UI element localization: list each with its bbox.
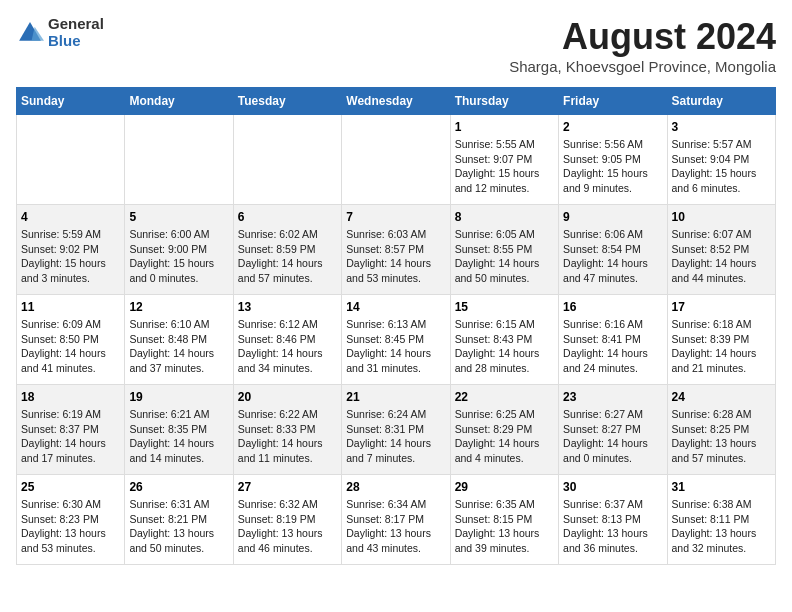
calendar-cell: 25Sunrise: 6:30 AM Sunset: 8:23 PM Dayli… [17, 475, 125, 565]
day-info: Sunrise: 6:27 AM Sunset: 8:27 PM Dayligh… [563, 407, 662, 466]
calendar-cell: 21Sunrise: 6:24 AM Sunset: 8:31 PM Dayli… [342, 385, 450, 475]
day-info: Sunrise: 6:00 AM Sunset: 9:00 PM Dayligh… [129, 227, 228, 286]
day-info: Sunrise: 6:37 AM Sunset: 8:13 PM Dayligh… [563, 497, 662, 556]
day-number: 5 [129, 210, 228, 224]
day-number: 9 [563, 210, 662, 224]
day-info: Sunrise: 6:09 AM Sunset: 8:50 PM Dayligh… [21, 317, 120, 376]
calendar-cell: 18Sunrise: 6:19 AM Sunset: 8:37 PM Dayli… [17, 385, 125, 475]
calendar-cell: 3Sunrise: 5:57 AM Sunset: 9:04 PM Daylig… [667, 115, 775, 205]
day-number: 27 [238, 480, 337, 494]
day-number: 14 [346, 300, 445, 314]
calendar-header: SundayMondayTuesdayWednesdayThursdayFrid… [17, 88, 776, 115]
calendar-cell [17, 115, 125, 205]
calendar-cell: 31Sunrise: 6:38 AM Sunset: 8:11 PM Dayli… [667, 475, 775, 565]
week-row-4: 18Sunrise: 6:19 AM Sunset: 8:37 PM Dayli… [17, 385, 776, 475]
day-number: 11 [21, 300, 120, 314]
day-info: Sunrise: 6:34 AM Sunset: 8:17 PM Dayligh… [346, 497, 445, 556]
day-number: 28 [346, 480, 445, 494]
header-day-wednesday: Wednesday [342, 88, 450, 115]
header-day-friday: Friday [559, 88, 667, 115]
logo-general-label: General [48, 16, 104, 33]
day-number: 7 [346, 210, 445, 224]
day-info: Sunrise: 6:38 AM Sunset: 8:11 PM Dayligh… [672, 497, 771, 556]
day-number: 10 [672, 210, 771, 224]
week-row-3: 11Sunrise: 6:09 AM Sunset: 8:50 PM Dayli… [17, 295, 776, 385]
day-info: Sunrise: 6:31 AM Sunset: 8:21 PM Dayligh… [129, 497, 228, 556]
subtitle: Sharga, Khoevsgoel Province, Mongolia [509, 58, 776, 75]
day-number: 29 [455, 480, 554, 494]
day-info: Sunrise: 6:32 AM Sunset: 8:19 PM Dayligh… [238, 497, 337, 556]
logo-blue-label: Blue [48, 33, 104, 50]
day-number: 24 [672, 390, 771, 404]
day-info: Sunrise: 6:24 AM Sunset: 8:31 PM Dayligh… [346, 407, 445, 466]
day-number: 26 [129, 480, 228, 494]
day-info: Sunrise: 5:59 AM Sunset: 9:02 PM Dayligh… [21, 227, 120, 286]
calendar-cell: 16Sunrise: 6:16 AM Sunset: 8:41 PM Dayli… [559, 295, 667, 385]
day-info: Sunrise: 6:12 AM Sunset: 8:46 PM Dayligh… [238, 317, 337, 376]
day-number: 4 [21, 210, 120, 224]
calendar-cell: 17Sunrise: 6:18 AM Sunset: 8:39 PM Dayli… [667, 295, 775, 385]
calendar-cell: 11Sunrise: 6:09 AM Sunset: 8:50 PM Dayli… [17, 295, 125, 385]
day-number: 19 [129, 390, 228, 404]
calendar-cell: 2Sunrise: 5:56 AM Sunset: 9:05 PM Daylig… [559, 115, 667, 205]
week-row-1: 1Sunrise: 5:55 AM Sunset: 9:07 PM Daylig… [17, 115, 776, 205]
calendar-cell: 5Sunrise: 6:00 AM Sunset: 9:00 PM Daylig… [125, 205, 233, 295]
day-number: 17 [672, 300, 771, 314]
header-day-tuesday: Tuesday [233, 88, 341, 115]
calendar-cell: 27Sunrise: 6:32 AM Sunset: 8:19 PM Dayli… [233, 475, 341, 565]
day-info: Sunrise: 6:35 AM Sunset: 8:15 PM Dayligh… [455, 497, 554, 556]
calendar-cell: 7Sunrise: 6:03 AM Sunset: 8:57 PM Daylig… [342, 205, 450, 295]
day-number: 8 [455, 210, 554, 224]
calendar-cell: 20Sunrise: 6:22 AM Sunset: 8:33 PM Dayli… [233, 385, 341, 475]
calendar-cell [342, 115, 450, 205]
calendar-cell: 6Sunrise: 6:02 AM Sunset: 8:59 PM Daylig… [233, 205, 341, 295]
day-number: 3 [672, 120, 771, 134]
day-info: Sunrise: 6:30 AM Sunset: 8:23 PM Dayligh… [21, 497, 120, 556]
calendar-cell: 23Sunrise: 6:27 AM Sunset: 8:27 PM Dayli… [559, 385, 667, 475]
calendar-cell: 29Sunrise: 6:35 AM Sunset: 8:15 PM Dayli… [450, 475, 558, 565]
day-number: 18 [21, 390, 120, 404]
header-row: SundayMondayTuesdayWednesdayThursdayFrid… [17, 88, 776, 115]
calendar-cell: 4Sunrise: 5:59 AM Sunset: 9:02 PM Daylig… [17, 205, 125, 295]
day-number: 15 [455, 300, 554, 314]
day-info: Sunrise: 6:07 AM Sunset: 8:52 PM Dayligh… [672, 227, 771, 286]
calendar-cell: 12Sunrise: 6:10 AM Sunset: 8:48 PM Dayli… [125, 295, 233, 385]
day-info: Sunrise: 6:15 AM Sunset: 8:43 PM Dayligh… [455, 317, 554, 376]
calendar-cell: 28Sunrise: 6:34 AM Sunset: 8:17 PM Dayli… [342, 475, 450, 565]
day-info: Sunrise: 6:13 AM Sunset: 8:45 PM Dayligh… [346, 317, 445, 376]
header-day-monday: Monday [125, 88, 233, 115]
header-day-saturday: Saturday [667, 88, 775, 115]
day-number: 20 [238, 390, 337, 404]
day-info: Sunrise: 6:21 AM Sunset: 8:35 PM Dayligh… [129, 407, 228, 466]
logo-icon [16, 19, 44, 47]
calendar-cell: 14Sunrise: 6:13 AM Sunset: 8:45 PM Dayli… [342, 295, 450, 385]
day-info: Sunrise: 6:18 AM Sunset: 8:39 PM Dayligh… [672, 317, 771, 376]
calendar-table: SundayMondayTuesdayWednesdayThursdayFrid… [16, 87, 776, 565]
calendar-cell: 1Sunrise: 5:55 AM Sunset: 9:07 PM Daylig… [450, 115, 558, 205]
day-info: Sunrise: 6:16 AM Sunset: 8:41 PM Dayligh… [563, 317, 662, 376]
day-info: Sunrise: 6:19 AM Sunset: 8:37 PM Dayligh… [21, 407, 120, 466]
calendar-cell: 30Sunrise: 6:37 AM Sunset: 8:13 PM Dayli… [559, 475, 667, 565]
week-row-5: 25Sunrise: 6:30 AM Sunset: 8:23 PM Dayli… [17, 475, 776, 565]
calendar-cell: 13Sunrise: 6:12 AM Sunset: 8:46 PM Dayli… [233, 295, 341, 385]
header: General Blue August 2024 Sharga, Khoevsg… [16, 16, 776, 75]
day-info: Sunrise: 6:22 AM Sunset: 8:33 PM Dayligh… [238, 407, 337, 466]
calendar-cell: 26Sunrise: 6:31 AM Sunset: 8:21 PM Dayli… [125, 475, 233, 565]
calendar-body: 1Sunrise: 5:55 AM Sunset: 9:07 PM Daylig… [17, 115, 776, 565]
day-number: 22 [455, 390, 554, 404]
calendar-cell: 8Sunrise: 6:05 AM Sunset: 8:55 PM Daylig… [450, 205, 558, 295]
main-title: August 2024 [509, 16, 776, 58]
day-number: 31 [672, 480, 771, 494]
day-info: Sunrise: 6:02 AM Sunset: 8:59 PM Dayligh… [238, 227, 337, 286]
day-number: 25 [21, 480, 120, 494]
day-number: 16 [563, 300, 662, 314]
day-info: Sunrise: 6:10 AM Sunset: 8:48 PM Dayligh… [129, 317, 228, 376]
logo-text: General Blue [48, 16, 104, 49]
day-info: Sunrise: 5:55 AM Sunset: 9:07 PM Dayligh… [455, 137, 554, 196]
day-number: 23 [563, 390, 662, 404]
calendar-cell: 24Sunrise: 6:28 AM Sunset: 8:25 PM Dayli… [667, 385, 775, 475]
day-number: 1 [455, 120, 554, 134]
header-day-thursday: Thursday [450, 88, 558, 115]
calendar-cell: 22Sunrise: 6:25 AM Sunset: 8:29 PM Dayli… [450, 385, 558, 475]
day-info: Sunrise: 5:56 AM Sunset: 9:05 PM Dayligh… [563, 137, 662, 196]
